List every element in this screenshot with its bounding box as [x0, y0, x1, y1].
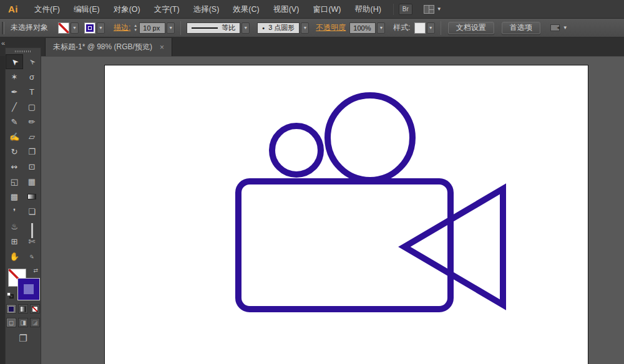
symbol-sprayer-tool[interactable]: ♨ — [6, 219, 23, 234]
draw-inside-button[interactable]: ◪ — [30, 318, 40, 327]
artwork-shape[interactable] — [238, 181, 451, 309]
pen-tool[interactable]: ✒ — [6, 84, 23, 99]
stroke-color-dropdown[interactable]: ▼ — [97, 22, 105, 34]
width-profile-select[interactable]: 等比 — [187, 22, 240, 34]
rotate-tool-icon: ↻ — [11, 147, 18, 156]
swap-fill-stroke-icon[interactable]: ⇄ — [33, 267, 38, 274]
draw-normal-button[interactable]: ◻ — [6, 318, 16, 327]
stroke-width-dropdown[interactable]: ▼ — [167, 22, 175, 34]
blob-brush-tool[interactable]: ✍ — [6, 129, 23, 144]
rotate-tool[interactable]: ↻ — [6, 144, 23, 159]
shape-tool[interactable]: ▢ — [23, 99, 41, 114]
opacity-dropdown[interactable]: ▼ — [377, 22, 385, 34]
brush-definition-select[interactable]: • 3 点圆形 — [257, 22, 300, 34]
scale-tool[interactable]: ❐ — [23, 144, 41, 159]
menu-view[interactable]: 视图(V) — [266, 0, 306, 19]
document-tab[interactable]: 未标题-1* @ 98% (RGB/预览) × — [45, 38, 172, 56]
fill-color-dropdown[interactable]: ▼ — [71, 22, 79, 34]
color-button[interactable] — [6, 304, 16, 314]
none-icon — [32, 306, 38, 312]
video-camera-artwork[interactable] — [41, 57, 624, 364]
tools-panel-grip[interactable] — [6, 48, 41, 54]
blend-tool[interactable]: ❏ — [23, 204, 41, 219]
pencil-tool[interactable]: ✏ — [23, 114, 41, 129]
menu-help[interactable]: 帮助(H) — [348, 0, 388, 19]
screen-mode-button[interactable]: ❐ — [6, 333, 41, 344]
eyedropper-tool[interactable]: ❜ — [6, 204, 23, 219]
perspective-grid-tool-icon: ▦ — [28, 177, 36, 186]
paintbrush-tool[interactable]: ✎ — [6, 114, 23, 129]
stroke-width-input[interactable]: 10 px — [139, 22, 165, 34]
chevron-down-icon: ▼ — [99, 26, 103, 30]
left-dock-rail — [0, 37, 5, 364]
line-segment-tool-icon: ╱ — [12, 102, 17, 112]
graph-tool[interactable] — [23, 219, 41, 234]
type-tool[interactable]: T — [23, 84, 41, 99]
brush-definition-dropdown[interactable]: ▼ — [301, 22, 309, 34]
artwork-shape[interactable] — [328, 95, 412, 180]
close-icon[interactable]: × — [160, 43, 164, 52]
menu-object[interactable]: 对象(O) — [107, 0, 147, 19]
workspace-switcher[interactable]: ▼ — [424, 5, 442, 14]
eraser-tool[interactable]: ▱ — [23, 129, 41, 144]
lasso-tool-icon: σ — [29, 72, 34, 82]
lasso-tool[interactable]: σ — [23, 69, 41, 84]
menu-effect[interactable]: 效果(C) — [226, 0, 266, 19]
direct-selection-tool-icon: ➢ — [26, 56, 37, 67]
shape-builder-tool[interactable]: ◱ — [6, 174, 23, 189]
zoom-tool[interactable]: ♀ — [23, 249, 41, 264]
panel-collapse-button[interactable]: « — [1, 39, 4, 47]
menu-edit[interactable]: 编辑(E) — [67, 0, 107, 19]
chevron-down-icon: ▼ — [563, 25, 568, 31]
slice-tool[interactable]: ✄ — [23, 234, 41, 249]
control-bar-grip[interactable] — [2, 22, 4, 34]
document-setup-button[interactable]: 文档设置 — [448, 22, 494, 34]
direct-selection-tool[interactable]: ➢ — [23, 54, 41, 69]
perspective-grid-tool[interactable]: ▦ — [23, 174, 41, 189]
slice-tool-icon: ✄ — [29, 237, 36, 246]
magic-wand-tool[interactable]: ✶ — [6, 69, 23, 84]
fill-color-swatch[interactable] — [58, 22, 69, 34]
line-segment-tool[interactable]: ╱ — [6, 99, 23, 114]
default-fill-stroke-icon[interactable] — [7, 292, 14, 299]
stroke-panel-link[interactable]: 描边: — [114, 22, 130, 33]
free-transform-tool[interactable]: ⊡ — [23, 159, 41, 174]
opacity-input[interactable]: 100% — [349, 22, 376, 34]
artboard-tool-icon: ⊞ — [11, 237, 18, 246]
shape-builder-tool-icon: ◱ — [11, 177, 18, 186]
selection-tool[interactable]: ➤ — [6, 54, 23, 69]
draw-behind-icon: ◨ — [20, 319, 26, 326]
draw-behind-button[interactable]: ◨ — [18, 318, 28, 327]
graphic-style-swatch[interactable] — [414, 22, 426, 34]
width-tool-icon: ↭ — [11, 162, 18, 171]
bridge-button[interactable]: Br — [399, 4, 412, 15]
drawing-mode-buttons: ◻ ◨ ◪ — [6, 318, 41, 327]
hand-tool[interactable]: ✋ — [6, 249, 23, 264]
canvas-pasteboard[interactable] — [41, 56, 624, 364]
stroke-color-swatch[interactable] — [84, 22, 95, 34]
artboard-tool[interactable]: ⊞ — [6, 234, 23, 249]
symbol-sprayer-tool-icon: ♨ — [11, 222, 18, 231]
chevron-down-icon: ▼ — [379, 26, 383, 30]
width-profile-value: 等比 — [222, 23, 235, 32]
menu-window[interactable]: 窗口(W) — [306, 0, 348, 19]
none-button[interactable] — [30, 304, 40, 314]
chevron-down-icon: ▼ — [437, 6, 442, 12]
graphic-style-dropdown[interactable]: ▼ — [427, 22, 435, 34]
opacity-panel-link[interactable]: 不透明度 — [316, 22, 346, 33]
gradient-tool[interactable] — [23, 189, 41, 204]
menu-type[interactable]: 文字(T) — [147, 0, 187, 19]
mesh-tool[interactable]: ▩ — [6, 189, 23, 204]
pen-tool-icon: ✒ — [11, 87, 18, 97]
width-profile-dropdown[interactable]: ▼ — [241, 22, 250, 34]
stroke-proxy-swatch[interactable] — [18, 279, 39, 300]
gradient-button[interactable] — [18, 304, 28, 314]
artwork-shape[interactable] — [272, 126, 321, 175]
control-panel-menu[interactable]: ▼ — [550, 24, 568, 31]
preferences-button[interactable]: 首选项 — [502, 22, 540, 34]
stroke-width-stepper[interactable]: ▲ ▼ — [134, 24, 137, 32]
menu-file[interactable]: 文件(F) — [27, 0, 67, 19]
menu-select[interactable]: 选择(S) — [187, 0, 227, 19]
width-tool[interactable]: ↭ — [6, 159, 23, 174]
chevron-down-icon: ▼ — [303, 26, 307, 30]
